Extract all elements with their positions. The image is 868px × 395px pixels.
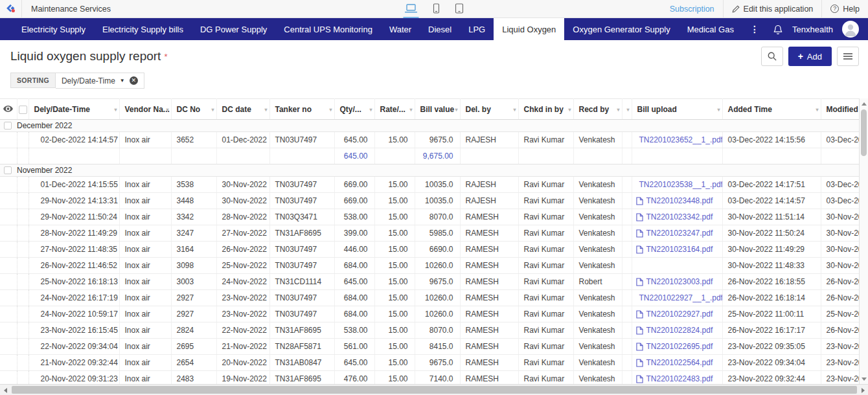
table-row[interactable]: 26-Nov-2022 11:46:52Inox air309825-Nov-2…	[0, 258, 859, 274]
column-label: Qty/...	[340, 105, 361, 114]
laptop-icon[interactable]	[404, 0, 419, 18]
sorting-bar: SORTING Dely/Date-Time ▼ ✕	[0, 73, 868, 92]
table-row[interactable]: 22-Nov-2022 09:34:04Inox air269521-Nov-2…	[0, 339, 859, 355]
add-record-button[interactable]: + Add	[788, 47, 832, 66]
table-row[interactable]: 24-Nov-2022 16:17:19Inox air292723-Nov-2…	[0, 290, 859, 306]
column-header-recd_by[interactable]: Recd by▾	[573, 99, 622, 120]
app-nav-bar: Electricity SupplyElectricity Supply bil…	[0, 18, 868, 40]
bill-upload-link[interactable]: TN2201023247.pdf	[636, 229, 717, 238]
vertical-scrollbar[interactable]	[859, 98, 868, 384]
help-button[interactable]: ? Help	[821, 0, 868, 17]
column-header-spacer[interactable]: ▾	[622, 99, 632, 120]
group-select-checkbox[interactable]	[4, 166, 12, 174]
select-all-checkbox[interactable]	[17, 99, 29, 120]
tablet-icon[interactable]	[454, 0, 465, 18]
cell-tanker: TN03Q3471	[269, 209, 334, 225]
cell-dc_date: 01-Dec-2022	[216, 132, 269, 148]
bill-upload-link[interactable]: TN2201023448.pdf	[636, 196, 717, 205]
horizontal-scroll-thumb[interactable]	[12, 386, 857, 394]
subscription-link[interactable]: Subscription	[661, 0, 723, 17]
table-row[interactable]: 02-Dec-2022 14:14:57Inox air365201-Dec-2…	[0, 132, 859, 148]
column-header-chkd_by[interactable]: Chkd in by▾	[518, 99, 573, 120]
summary-empty-cell	[17, 148, 29, 164]
cell-recd_by: Venkatesh	[573, 355, 622, 371]
column-header-pdf[interactable]: Bill upload▾	[632, 99, 722, 120]
cell-dc_date: 27-Nov-2022	[216, 225, 269, 242]
scroll-right-arrow-icon[interactable]	[858, 385, 868, 395]
nav-tab-oxygen-generator-supply[interactable]: Oxygen Generator Supply	[564, 18, 678, 40]
table-row[interactable]: 23-Nov-2022 16:15:45Inox air282422-Nov-2…	[0, 322, 859, 339]
report-menu-button[interactable]	[837, 47, 859, 66]
column-header-dely[interactable]: Dely/Date-Time▾	[29, 99, 119, 120]
table-row[interactable]: 20-Nov-2022 09:31:23Inox air248319-Nov-2…	[0, 371, 859, 385]
cell-modified: 23-Nov-2022	[821, 355, 859, 371]
scroll-left-arrow-icon[interactable]	[0, 385, 10, 395]
nav-tab-electricity-supply[interactable]: Electricity Supply	[13, 18, 94, 40]
table-row[interactable]: 27-Nov-2022 11:48:35Inox air316426-Nov-2…	[0, 242, 859, 258]
column-header-dc_date[interactable]: DC date▾	[216, 99, 269, 120]
edit-application-button[interactable]: Edit this application	[723, 0, 822, 17]
bill-upload-link[interactable]: TN2201022695.pdf	[636, 342, 717, 351]
vertical-scroll-thumb[interactable]	[861, 109, 867, 156]
nav-tab-water[interactable]: Water	[381, 18, 420, 40]
table-row[interactable]: 29-Nov-2022 14:13:31Inox air344830-Nov-2…	[0, 193, 859, 209]
search-button[interactable]	[761, 47, 783, 66]
table-row[interactable]: 21-Nov-2022 09:32:44Inox air265420-Nov-2…	[0, 355, 859, 371]
creator-logo[interactable]	[0, 0, 22, 17]
nav-tab-liquid-oxygen[interactable]: Liquid Oxygen	[494, 18, 564, 40]
nav-tab-central-ups-monitoring[interactable]: Central UPS Monitoring	[275, 18, 381, 40]
bill-upload-link[interactable]: TN2201023003.pdf	[636, 277, 717, 286]
summary-cell-chkd_by	[518, 148, 573, 164]
table-row[interactable]: 24-Nov-2022 10:59:17Inox air292723-Nov-2…	[0, 306, 859, 322]
bill-upload-link[interactable]: TN2201023538__1_.pdf	[636, 180, 717, 189]
bill-upload-link[interactable]: TN2201022927.pdf	[636, 310, 717, 319]
nav-tab-lpg[interactable]: LPG	[460, 18, 494, 40]
phone-icon[interactable]	[432, 0, 441, 18]
column-header-tanker[interactable]: Tanker no▾	[269, 99, 334, 120]
cell-bill: 8070.0	[415, 322, 460, 339]
column-header-rate[interactable]: Rate/...▾	[374, 99, 415, 120]
table-row[interactable]: 29-Nov-2022 11:50:24Inox air334228-Nov-2…	[0, 209, 859, 225]
row-eye-cell	[0, 274, 17, 290]
nav-tab-dg-power-supply[interactable]: DG Power Supply	[192, 18, 275, 40]
nav-tab-electricity-supply-bills[interactable]: Electricity Supply bills	[94, 18, 192, 40]
column-chooser-eye-icon[interactable]	[0, 99, 17, 120]
column-header-modified[interactable]: Modified Time▾	[821, 99, 859, 120]
column-sort-arrow-icon: ▾	[626, 106, 629, 112]
bill-upload-link[interactable]: TN2201022927__1_.pdf	[636, 293, 717, 302]
column-header-dc_no[interactable]: DC No▾	[171, 99, 216, 120]
bill-upload-link[interactable]: TN2201022564.pdf	[636, 358, 717, 367]
cell-chkd_by: Ravi Kumar	[518, 258, 573, 274]
column-header-bill[interactable]: Bill value▾	[415, 99, 460, 120]
notifications-bell-icon[interactable]	[773, 24, 783, 35]
remove-sort-icon[interactable]: ✕	[130, 76, 138, 85]
column-header-del_by[interactable]: Del. by▾	[460, 99, 518, 120]
cell-bill: 6690.0	[415, 242, 460, 258]
sort-field-chip[interactable]: Dely/Date-Time ▼ ✕	[56, 73, 144, 89]
table-row[interactable]: 01-Dec-2022 14:15:55Inox air353830-Nov-2…	[0, 177, 859, 193]
column-header-vendor[interactable]: Vendor Na...▾	[119, 99, 171, 120]
table-row[interactable]: 25-Nov-2022 16:18:13Inox air300324-Nov-2…	[0, 274, 859, 290]
horizontal-scrollbar[interactable]	[0, 384, 868, 395]
nav-tab-diesel[interactable]: Diesel	[420, 18, 460, 40]
column-header-added[interactable]: Added Time▾	[722, 99, 821, 120]
bill-upload-link[interactable]: TN2201023652__1_.pdf	[636, 135, 717, 144]
avatar[interactable]	[842, 21, 859, 38]
scroll-up-arrow-icon[interactable]	[860, 99, 868, 108]
nav-tab-medical-gas[interactable]: Medical Gas	[679, 18, 742, 40]
account-name[interactable]: Tenxhealth	[792, 25, 833, 34]
cell-del_by: RAMESH	[460, 209, 518, 225]
group-select-checkbox[interactable]	[4, 122, 12, 130]
bill-upload-link[interactable]: TN2201022824.pdf	[636, 326, 717, 335]
column-header-qty[interactable]: Qty/...▾	[334, 99, 374, 120]
cell-modified: 03-Dec-2022	[821, 193, 859, 209]
cell-added: 30-Nov-2022 11:49:29	[722, 242, 821, 258]
scroll-down-arrow-icon[interactable]	[860, 374, 868, 383]
bill-upload-link[interactable]: TN2201022483.pdf	[636, 374, 717, 383]
chevron-down-icon: ▼	[120, 78, 125, 84]
more-tabs-icon[interactable]: ⋮	[742, 18, 767, 40]
sort-field-name: Dely/Date-Time	[62, 76, 115, 85]
bill-upload-link[interactable]: TN2201023342.pdf	[636, 212, 717, 221]
table-row[interactable]: 28-Nov-2022 11:49:29Inox air324727-Nov-2…	[0, 225, 859, 242]
bill-upload-link[interactable]: TN2201023164.pdf	[636, 245, 717, 254]
